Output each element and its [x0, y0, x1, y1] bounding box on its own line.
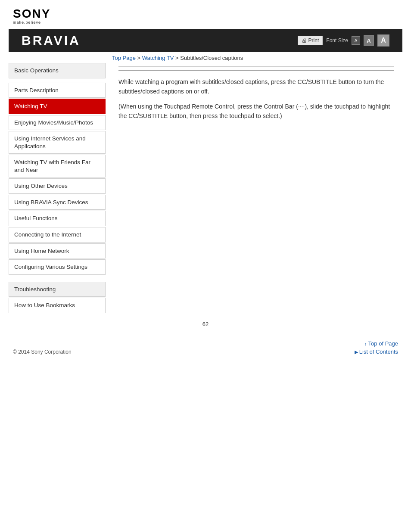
sidebar-item-bravia-sync[interactable]: Using BRAVIA Sync Devices: [9, 195, 106, 210]
bravia-banner: BRAVIA 🖨 Print Font Size A A A: [9, 29, 402, 52]
sidebar-item-home-network[interactable]: Using Home Network: [9, 243, 106, 259]
arrow-up-icon: ↑: [364, 341, 368, 346]
breadcrumb-watching-tv[interactable]: Watching TV: [142, 55, 174, 61]
print-button[interactable]: 🖨 Print: [298, 36, 323, 45]
content-paragraph-1: While watching a program with subtitles/…: [118, 77, 394, 96]
top-divider: [118, 66, 394, 67]
font-medium-button[interactable]: A: [364, 35, 374, 46]
sidebar-item-configuring-settings[interactable]: Configuring Various Settings: [9, 259, 106, 275]
arrow-right-icon: ▶: [355, 349, 359, 355]
content-area: While watching a program with subtitles/…: [110, 63, 402, 317]
main-layout: Basic Operations Parts Description Watch…: [9, 63, 402, 317]
list-of-contents-link[interactable]: ▶ List of Contents: [355, 348, 398, 355]
sidebar-item-watching-tv[interactable]: Watching TV: [9, 99, 106, 114]
top-of-page-link[interactable]: ↑ Top of Page: [364, 340, 398, 347]
sidebar-group-main: Basic Operations Parts Description Watch…: [9, 63, 106, 275]
sony-logo: SONY make.believe: [13, 8, 50, 25]
breadcrumb-top-page[interactable]: Top Page: [112, 55, 136, 61]
sony-tagline: make.believe: [13, 21, 50, 25]
breadcrumb-sep2: >: [174, 55, 180, 61]
sidebar-item-enjoying-movies[interactable]: Enjoying Movies/Music/Photos: [9, 115, 106, 131]
sidebar-group-secondary: Troubleshooting How to Use Bookmarks: [9, 282, 106, 313]
sidebar-item-bookmarks[interactable]: How to Use Bookmarks: [9, 298, 106, 313]
footer-links: ↑ Top of Page ▶ List of Contents: [355, 340, 398, 355]
sidebar: Basic Operations Parts Description Watch…: [9, 63, 110, 317]
print-icon: 🖨: [302, 37, 307, 44]
sidebar-item-useful-functions[interactable]: Useful Functions: [9, 211, 106, 226]
sub-divider: [118, 70, 394, 71]
sidebar-item-basic-operations[interactable]: Basic Operations: [9, 63, 106, 78]
font-large-button[interactable]: A: [377, 34, 389, 47]
breadcrumb: Top Page > Watching TV > Subtitles/Close…: [112, 55, 402, 61]
sidebar-item-watching-friends[interactable]: Watching TV with Friends Far and Near: [9, 155, 106, 177]
sidebar-item-other-devices[interactable]: Using Other Devices: [9, 178, 106, 194]
sidebar-item-internet-services[interactable]: Using Internet Services and Applications: [9, 131, 106, 154]
bravia-title: BRAVIA: [22, 33, 81, 48]
sidebar-item-connecting-internet[interactable]: Connecting to the Internet: [9, 227, 106, 243]
breadcrumb-current: Subtitles/Closed captions: [180, 55, 243, 61]
sidebar-item-parts-description[interactable]: Parts Description: [9, 83, 106, 98]
copyright-text: © 2014 Sony Corporation: [13, 349, 72, 355]
content-paragraph-2: (When using the Touchpad Remote Control,…: [118, 102, 394, 121]
breadcrumb-sep1: >: [136, 55, 142, 61]
page-footer: © 2014 Sony Corporation ↑ Top of Page ▶ …: [0, 332, 411, 359]
sony-logo-text: SONY: [13, 8, 50, 20]
page-number: 62: [0, 317, 411, 332]
top-bar: SONY make.believe: [0, 0, 411, 29]
banner-controls: 🖨 Print Font Size A A A: [298, 34, 389, 47]
print-label: Print: [308, 37, 319, 44]
font-size-label: Font Size: [326, 37, 348, 44]
sidebar-item-troubleshooting[interactable]: Troubleshooting: [9, 282, 106, 297]
font-small-button[interactable]: A: [352, 36, 360, 45]
